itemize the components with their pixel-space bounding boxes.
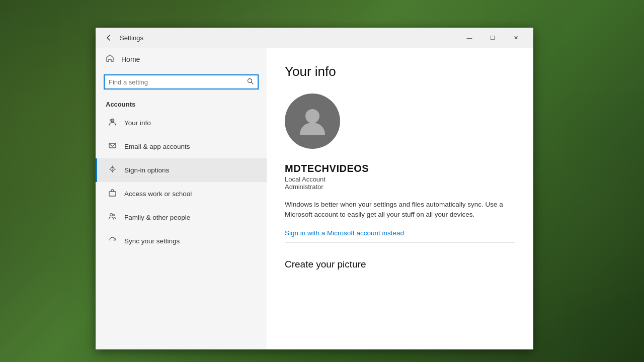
minimize-button[interactable]: —: [458, 30, 481, 46]
access-work-label: Access work or school: [124, 190, 192, 198]
accounts-section-header: Accounts: [96, 94, 267, 111]
home-label: Home: [121, 55, 140, 63]
account-type: Local Account: [285, 175, 515, 183]
sync-description: Windows is better when your settings and…: [285, 200, 515, 220]
email-icon: [107, 141, 117, 152]
window-title: Settings: [120, 34, 458, 42]
sync-label: Sync your settings: [124, 237, 180, 245]
sidebar-item-family[interactable]: Family & other people: [96, 206, 267, 229]
window-body: Home Accounts: [96, 48, 533, 349]
sidebar-item-access-work[interactable]: Access work or school: [96, 182, 267, 206]
search-box[interactable]: [104, 74, 259, 89]
close-button[interactable]: ✕: [504, 30, 527, 46]
window-controls: — ☐ ✕: [458, 30, 527, 46]
page-title: Your info: [285, 64, 515, 79]
svg-point-6: [112, 169, 113, 170]
family-label: Family & other people: [124, 214, 190, 221]
sidebar-item-signin[interactable]: Sign-in options: [96, 158, 267, 182]
signin-label: Sign-in options: [124, 166, 169, 174]
username: MDTECHVIDEOS: [285, 163, 515, 174]
email-label: Email & app accounts: [124, 143, 190, 150]
home-icon: [106, 54, 114, 64]
search-icon: [247, 78, 254, 86]
svg-point-10: [305, 109, 319, 123]
your-info-label: Your info: [124, 119, 151, 127]
search-input[interactable]: [109, 78, 247, 86]
main-content: Your info MDTECHVIDEOS Local Account Adm…: [267, 48, 533, 349]
titlebar: Settings — ☐ ✕: [96, 28, 533, 48]
svg-point-8: [110, 214, 112, 216]
svg-point-9: [113, 214, 115, 216]
microsoft-account-link[interactable]: Sign in with a Microsoft account instead: [285, 229, 404, 237]
create-picture-title: Create your picture: [285, 259, 515, 270]
divider: [285, 242, 515, 243]
your-info-icon: RE: [107, 118, 117, 128]
sidebar-item-home[interactable]: Home: [96, 48, 267, 70]
settings-window: Settings — ☐ ✕ Home: [96, 28, 533, 349]
back-button[interactable]: [102, 31, 116, 45]
user-role: Administrator: [285, 183, 515, 191]
sidebar-item-your-info[interactable]: RE Your info: [96, 111, 267, 135]
search-container: [96, 70, 267, 94]
svg-line-1: [252, 82, 254, 84]
maximize-button[interactable]: ☐: [481, 30, 504, 46]
profile-section: [285, 94, 515, 149]
svg-rect-7: [109, 192, 116, 196]
sidebar: Home Accounts: [96, 48, 267, 349]
sync-icon: [107, 236, 117, 246]
family-icon: [107, 212, 117, 223]
avatar-svg: [295, 104, 330, 139]
svg-text:RE: RE: [110, 119, 115, 122]
signin-icon: [107, 165, 117, 175]
sidebar-item-sync[interactable]: Sync your settings: [96, 229, 267, 253]
work-icon: [107, 189, 117, 199]
avatar: [285, 94, 340, 149]
svg-rect-4: [109, 143, 116, 148]
sidebar-item-email[interactable]: Email & app accounts: [96, 135, 267, 158]
